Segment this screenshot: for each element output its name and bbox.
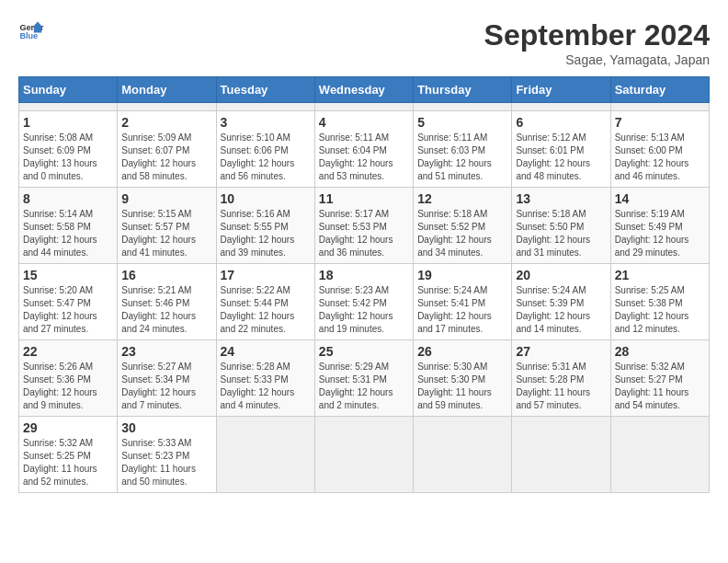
week-row-5: 29Sunrise: 5:32 AM Sunset: 5:25 PM Dayli…: [19, 417, 710, 493]
day-number: 23: [121, 344, 211, 359]
day-number: 13: [516, 191, 606, 206]
day-detail: Sunrise: 5:13 AM Sunset: 6:00 PM Dayligh…: [615, 132, 705, 183]
day-cell: 19Sunrise: 5:24 AM Sunset: 5:41 PM Dayli…: [414, 264, 512, 340]
dow-monday: Monday: [118, 77, 216, 103]
day-cell: 25Sunrise: 5:29 AM Sunset: 5:31 PM Dayli…: [314, 340, 413, 417]
day-detail: Sunrise: 5:24 AM Sunset: 5:41 PM Dayligh…: [417, 284, 507, 336]
day-cell: [314, 103, 413, 111]
day-cell: 21Sunrise: 5:25 AM Sunset: 5:38 PM Dayli…: [610, 264, 709, 340]
day-number: 18: [319, 268, 409, 282]
day-cell: 8Sunrise: 5:14 AM Sunset: 5:58 PM Daylig…: [19, 188, 118, 264]
day-number: 4: [319, 115, 409, 130]
day-detail: Sunrise: 5:14 AM Sunset: 5:58 PM Dayligh…: [23, 208, 113, 259]
day-cell: 26Sunrise: 5:30 AM Sunset: 5:30 PM Dayli…: [414, 340, 512, 417]
day-detail: Sunrise: 5:28 AM Sunset: 5:33 PM Dayligh…: [221, 361, 311, 412]
title-area: September 2024 Sagae, Yamagata, Japan: [484, 18, 710, 67]
dow-saturday: Saturday: [610, 77, 709, 103]
day-number: 6: [516, 115, 606, 130]
day-detail: Sunrise: 5:11 AM Sunset: 6:04 PM Dayligh…: [319, 132, 409, 183]
day-cell: 3Sunrise: 5:10 AM Sunset: 6:06 PM Daylig…: [216, 111, 314, 188]
day-cell: 23Sunrise: 5:27 AM Sunset: 5:34 PM Dayli…: [118, 340, 216, 417]
day-number: 15: [23, 268, 113, 282]
day-number: 11: [319, 191, 409, 206]
day-detail: Sunrise: 5:15 AM Sunset: 5:57 PM Dayligh…: [121, 208, 211, 259]
day-cell: 6Sunrise: 5:12 AM Sunset: 6:01 PM Daylig…: [512, 111, 610, 188]
week-row-2: 8Sunrise: 5:14 AM Sunset: 5:58 PM Daylig…: [19, 188, 710, 264]
day-cell: 18Sunrise: 5:23 AM Sunset: 5:42 PM Dayli…: [314, 264, 413, 340]
dow-tuesday: Tuesday: [216, 77, 314, 103]
day-cell: 30Sunrise: 5:33 AM Sunset: 5:23 PM Dayli…: [118, 417, 216, 493]
dow-friday: Friday: [512, 77, 610, 103]
day-number: 3: [221, 115, 311, 130]
day-cell: [610, 103, 709, 111]
day-detail: Sunrise: 5:33 AM Sunset: 5:23 PM Dayligh…: [121, 437, 211, 488]
day-number: 10: [221, 191, 311, 206]
day-number: 30: [121, 420, 211, 435]
day-cell: [19, 103, 118, 111]
day-detail: Sunrise: 5:18 AM Sunset: 5:52 PM Dayligh…: [417, 208, 507, 259]
day-detail: Sunrise: 5:19 AM Sunset: 5:49 PM Dayligh…: [615, 208, 705, 259]
day-cell: 27Sunrise: 5:31 AM Sunset: 5:28 PM Dayli…: [512, 340, 610, 417]
day-number: 24: [221, 344, 311, 359]
day-cell: 1Sunrise: 5:08 AM Sunset: 6:09 PM Daylig…: [19, 111, 118, 188]
day-detail: Sunrise: 5:18 AM Sunset: 5:50 PM Dayligh…: [516, 208, 606, 259]
week-row-1: 1Sunrise: 5:08 AM Sunset: 6:09 PM Daylig…: [19, 111, 710, 188]
day-detail: Sunrise: 5:26 AM Sunset: 5:36 PM Dayligh…: [23, 361, 113, 412]
day-cell: 29Sunrise: 5:32 AM Sunset: 5:25 PM Dayli…: [19, 417, 118, 493]
day-detail: Sunrise: 5:10 AM Sunset: 6:06 PM Dayligh…: [221, 132, 311, 183]
day-cell: [216, 417, 314, 493]
header: General Blue September 2024 Sagae, Yamag…: [18, 18, 710, 67]
day-number: 17: [221, 268, 311, 282]
day-number: 2: [121, 115, 211, 130]
day-number: 22: [23, 344, 113, 359]
day-cell: 7Sunrise: 5:13 AM Sunset: 6:00 PM Daylig…: [610, 111, 709, 188]
day-cell: [512, 417, 610, 493]
day-detail: Sunrise: 5:31 AM Sunset: 5:28 PM Dayligh…: [516, 361, 606, 412]
day-detail: Sunrise: 5:30 AM Sunset: 5:30 PM Dayligh…: [417, 361, 507, 412]
day-number: 7: [615, 115, 705, 130]
day-detail: Sunrise: 5:16 AM Sunset: 5:55 PM Dayligh…: [221, 208, 311, 259]
day-number: 19: [417, 268, 507, 282]
month-title: September 2024: [484, 18, 710, 52]
day-cell: 28Sunrise: 5:32 AM Sunset: 5:27 PM Dayli…: [610, 340, 709, 417]
day-detail: Sunrise: 5:29 AM Sunset: 5:31 PM Dayligh…: [319, 361, 409, 412]
day-number: 5: [417, 115, 507, 130]
day-detail: Sunrise: 5:23 AM Sunset: 5:42 PM Dayligh…: [319, 284, 409, 336]
day-detail: Sunrise: 5:25 AM Sunset: 5:38 PM Dayligh…: [615, 284, 705, 336]
day-cell: 5Sunrise: 5:11 AM Sunset: 6:03 PM Daylig…: [414, 111, 512, 188]
day-detail: Sunrise: 5:20 AM Sunset: 5:47 PM Dayligh…: [23, 284, 113, 336]
week-row-3: 15Sunrise: 5:20 AM Sunset: 5:47 PM Dayli…: [19, 264, 710, 340]
dow-sunday: Sunday: [19, 77, 118, 103]
day-cell: 13Sunrise: 5:18 AM Sunset: 5:50 PM Dayli…: [512, 188, 610, 264]
day-cell: [512, 103, 610, 111]
day-cell: [414, 417, 512, 493]
calendar-table: SundayMondayTuesdayWednesdayThursdayFrid…: [18, 76, 710, 493]
day-detail: Sunrise: 5:12 AM Sunset: 6:01 PM Dayligh…: [516, 132, 606, 183]
day-detail: Sunrise: 5:32 AM Sunset: 5:25 PM Dayligh…: [23, 437, 113, 488]
day-detail: Sunrise: 5:21 AM Sunset: 5:46 PM Dayligh…: [121, 284, 211, 336]
location-subtitle: Sagae, Yamagata, Japan: [484, 52, 710, 67]
day-cell: 11Sunrise: 5:17 AM Sunset: 5:53 PM Dayli…: [314, 188, 413, 264]
day-cell: 2Sunrise: 5:09 AM Sunset: 6:07 PM Daylig…: [118, 111, 216, 188]
day-number: 1: [23, 115, 113, 130]
day-cell: 20Sunrise: 5:24 AM Sunset: 5:39 PM Dayli…: [512, 264, 610, 340]
day-cell: 9Sunrise: 5:15 AM Sunset: 5:57 PM Daylig…: [118, 188, 216, 264]
week-row-0: [19, 103, 710, 111]
day-number: 29: [23, 420, 113, 435]
day-detail: Sunrise: 5:27 AM Sunset: 5:34 PM Dayligh…: [121, 361, 211, 412]
day-number: 27: [516, 344, 606, 359]
day-cell: 24Sunrise: 5:28 AM Sunset: 5:33 PM Dayli…: [216, 340, 314, 417]
day-cell: [414, 103, 512, 111]
day-cell: 14Sunrise: 5:19 AM Sunset: 5:49 PM Dayli…: [610, 188, 709, 264]
day-detail: Sunrise: 5:22 AM Sunset: 5:44 PM Dayligh…: [221, 284, 311, 336]
day-number: 14: [615, 191, 705, 206]
day-detail: Sunrise: 5:09 AM Sunset: 6:07 PM Dayligh…: [121, 132, 211, 183]
day-number: 12: [417, 191, 507, 206]
day-cell: 22Sunrise: 5:26 AM Sunset: 5:36 PM Dayli…: [19, 340, 118, 417]
week-row-4: 22Sunrise: 5:26 AM Sunset: 5:36 PM Dayli…: [19, 340, 710, 417]
day-number: 28: [615, 344, 705, 359]
day-detail: Sunrise: 5:08 AM Sunset: 6:09 PM Dayligh…: [23, 132, 113, 183]
svg-text:Blue: Blue: [19, 31, 38, 40]
day-of-week-header: SundayMondayTuesdayWednesdayThursdayFrid…: [19, 77, 710, 103]
day-cell: 15Sunrise: 5:20 AM Sunset: 5:47 PM Dayli…: [19, 264, 118, 340]
